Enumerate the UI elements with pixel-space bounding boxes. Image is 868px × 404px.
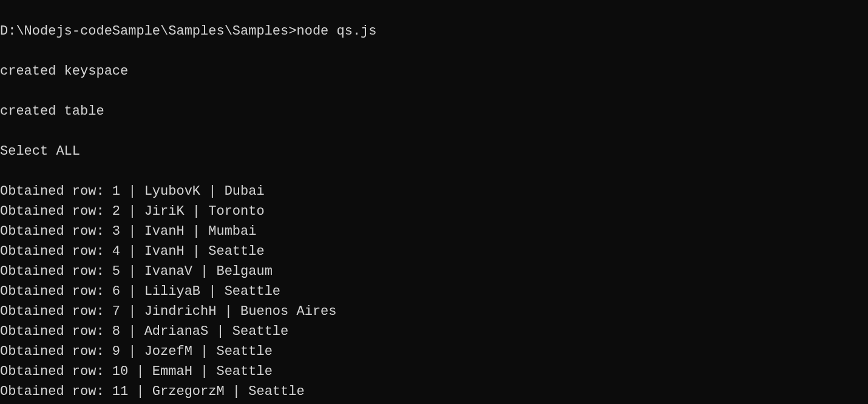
result-row: Obtained row: 12 | FryderykK | Seattle [0,402,868,404]
result-row: Obtained row: 5 | IvanaV | Belgaum [0,261,868,281]
result-row: Obtained row: 2 | JiriK | Toronto [0,201,868,221]
output-line: created keyspace [0,61,868,81]
output-line: Select ALL [0,141,868,161]
output-line: created table [0,101,868,121]
result-row: Obtained row: 9 | JozefM | Seattle [0,342,868,362]
command-prompt-line: D:\Nodejs-codeSample\Samples\Samples>nod… [0,21,868,41]
results-all: Obtained row: 1 | LyubovK | DubaiObtaine… [0,181,868,404]
result-row: Obtained row: 1 | LyubovK | Dubai [0,181,868,201]
terminal-output: D:\Nodejs-codeSample\Samples\Samples>nod… [0,1,868,404]
result-row: Obtained row: 7 | JindrichH | Buenos Air… [0,301,868,322]
result-row: Obtained row: 10 | EmmaH | Seattle [0,362,868,382]
result-row: Obtained row: 6 | LiliyaB | Seattle [0,281,868,301]
result-row: Obtained row: 8 | AdrianaS | Seattle [0,322,868,342]
result-row: Obtained row: 3 | IvanH | Mumbai [0,221,868,241]
result-row: Obtained row: 11 | GrzegorzM | Seattle [0,382,868,402]
result-row: Obtained row: 4 | IvanH | Seattle [0,241,868,261]
